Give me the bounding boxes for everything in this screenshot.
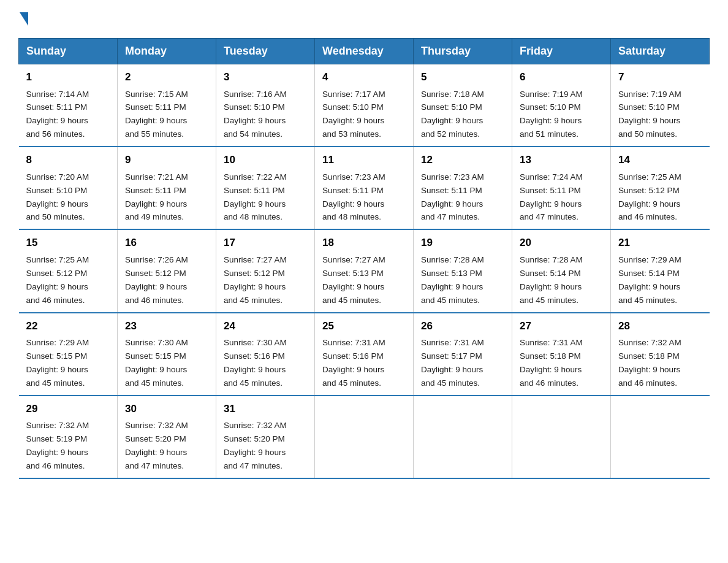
day-number: 19 (421, 235, 504, 251)
day-info: Sunrise: 7:22 AMSunset: 5:11 PMDaylight:… (224, 172, 287, 222)
col-monday: Monday (118, 39, 216, 64)
day-info: Sunrise: 7:31 AMSunset: 5:18 PMDaylight:… (520, 338, 583, 388)
calendar-cell: 2 Sunrise: 7:15 AMSunset: 5:11 PMDayligh… (118, 64, 216, 147)
calendar-header-row: Sunday Monday Tuesday Wednesday Thursday… (19, 39, 710, 64)
calendar-week-row: 8 Sunrise: 7:20 AMSunset: 5:10 PMDayligh… (19, 147, 710, 229)
calendar-cell: 7 Sunrise: 7:19 AMSunset: 5:10 PMDayligh… (611, 64, 710, 147)
day-info: Sunrise: 7:28 AMSunset: 5:14 PMDaylight:… (520, 255, 583, 305)
day-info: Sunrise: 7:17 AMSunset: 5:10 PMDaylight:… (322, 90, 385, 139)
day-number: 31 (224, 401, 307, 417)
calendar-cell: 25 Sunrise: 7:31 AMSunset: 5:16 PMDaylig… (315, 313, 414, 396)
col-tuesday: Tuesday (216, 39, 315, 64)
calendar-cell (611, 396, 710, 478)
day-number: 6 (520, 69, 603, 85)
day-number: 15 (26, 235, 110, 251)
day-info: Sunrise: 7:21 AMSunset: 5:11 PMDaylight:… (125, 172, 188, 222)
calendar-table: Sunday Monday Tuesday Wednesday Thursday… (18, 38, 710, 479)
day-number: 17 (224, 235, 307, 251)
calendar-cell: 27 Sunrise: 7:31 AMSunset: 5:18 PMDaylig… (512, 313, 611, 396)
day-number: 25 (322, 318, 406, 334)
day-number: 14 (618, 152, 702, 168)
day-number: 7 (618, 69, 702, 85)
day-info: Sunrise: 7:27 AMSunset: 5:13 PMDaylight:… (322, 255, 385, 305)
calendar-cell: 14 Sunrise: 7:25 AMSunset: 5:12 PMDaylig… (611, 147, 710, 229)
calendar-cell: 24 Sunrise: 7:30 AMSunset: 5:16 PMDaylig… (216, 313, 315, 396)
calendar-cell: 12 Sunrise: 7:23 AMSunset: 5:11 PMDaylig… (414, 147, 512, 229)
calendar-cell: 21 Sunrise: 7:29 AMSunset: 5:14 PMDaylig… (611, 229, 710, 312)
calendar-cell: 18 Sunrise: 7:27 AMSunset: 5:13 PMDaylig… (315, 229, 414, 312)
calendar-cell: 1 Sunrise: 7:14 AMSunset: 5:11 PMDayligh… (19, 64, 118, 147)
day-info: Sunrise: 7:32 AMSunset: 5:18 PMDaylight:… (618, 338, 681, 388)
day-info: Sunrise: 7:29 AMSunset: 5:14 PMDaylight:… (618, 255, 681, 305)
day-number: 10 (224, 152, 307, 168)
calendar-cell: 11 Sunrise: 7:23 AMSunset: 5:11 PMDaylig… (315, 147, 414, 229)
calendar-cell: 6 Sunrise: 7:19 AMSunset: 5:10 PMDayligh… (512, 64, 611, 147)
day-number: 16 (125, 235, 208, 251)
day-info: Sunrise: 7:19 AMSunset: 5:10 PMDaylight:… (520, 90, 583, 139)
calendar-cell: 20 Sunrise: 7:28 AMSunset: 5:14 PMDaylig… (512, 229, 611, 312)
calendar-cell: 22 Sunrise: 7:29 AMSunset: 5:15 PMDaylig… (19, 313, 118, 396)
day-number: 2 (125, 69, 208, 85)
day-info: Sunrise: 7:30 AMSunset: 5:16 PMDaylight:… (224, 338, 287, 388)
day-info: Sunrise: 7:32 AMSunset: 5:20 PMDaylight:… (125, 421, 188, 470)
day-info: Sunrise: 7:29 AMSunset: 5:15 PMDaylight:… (26, 338, 89, 388)
day-number: 23 (125, 318, 208, 334)
day-info: Sunrise: 7:32 AMSunset: 5:20 PMDaylight:… (224, 421, 287, 470)
day-number: 22 (26, 318, 110, 334)
day-info: Sunrise: 7:18 AMSunset: 5:10 PMDaylight:… (421, 90, 484, 139)
day-number: 30 (125, 401, 208, 417)
day-number: 1 (26, 69, 110, 85)
calendar-cell: 8 Sunrise: 7:20 AMSunset: 5:10 PMDayligh… (19, 147, 118, 229)
day-info: Sunrise: 7:23 AMSunset: 5:11 PMDaylight:… (322, 172, 385, 222)
day-info: Sunrise: 7:25 AMSunset: 5:12 PMDaylight:… (618, 172, 681, 222)
day-info: Sunrise: 7:15 AMSunset: 5:11 PMDaylight:… (125, 90, 188, 139)
calendar-week-row: 15 Sunrise: 7:25 AMSunset: 5:12 PMDaylig… (19, 229, 710, 312)
day-number: 3 (224, 69, 307, 85)
col-saturday: Saturday (611, 39, 710, 64)
day-number: 5 (421, 69, 504, 85)
day-info: Sunrise: 7:20 AMSunset: 5:10 PMDaylight:… (26, 172, 89, 222)
day-number: 9 (125, 152, 208, 168)
calendar-cell (414, 396, 512, 478)
day-info: Sunrise: 7:27 AMSunset: 5:12 PMDaylight:… (224, 255, 287, 305)
calendar-cell: 5 Sunrise: 7:18 AMSunset: 5:10 PMDayligh… (414, 64, 512, 147)
col-thursday: Thursday (414, 39, 512, 64)
day-number: 12 (421, 152, 504, 168)
day-number: 24 (224, 318, 307, 334)
day-info: Sunrise: 7:25 AMSunset: 5:12 PMDaylight:… (26, 255, 89, 305)
day-number: 21 (618, 235, 702, 251)
day-info: Sunrise: 7:23 AMSunset: 5:11 PMDaylight:… (421, 172, 484, 222)
calendar-cell: 4 Sunrise: 7:17 AMSunset: 5:10 PMDayligh… (315, 64, 414, 147)
logo (18, 12, 29, 26)
day-number: 18 (322, 235, 406, 251)
day-info: Sunrise: 7:24 AMSunset: 5:11 PMDaylight:… (520, 172, 583, 222)
day-info: Sunrise: 7:31 AMSunset: 5:17 PMDaylight:… (421, 338, 484, 388)
calendar-week-row: 22 Sunrise: 7:29 AMSunset: 5:15 PMDaylig… (19, 313, 710, 396)
day-number: 8 (26, 152, 110, 168)
col-sunday: Sunday (19, 39, 118, 64)
col-friday: Friday (512, 39, 611, 64)
page-header (18, 12, 710, 26)
day-info: Sunrise: 7:16 AMSunset: 5:10 PMDaylight:… (224, 90, 287, 139)
calendar-cell: 17 Sunrise: 7:27 AMSunset: 5:12 PMDaylig… (216, 229, 315, 312)
calendar-cell (512, 396, 611, 478)
day-number: 28 (618, 318, 702, 334)
day-number: 29 (26, 401, 110, 417)
calendar-cell: 19 Sunrise: 7:28 AMSunset: 5:13 PMDaylig… (414, 229, 512, 312)
calendar-week-row: 1 Sunrise: 7:14 AMSunset: 5:11 PMDayligh… (19, 64, 710, 147)
calendar-cell: 16 Sunrise: 7:26 AMSunset: 5:12 PMDaylig… (118, 229, 216, 312)
day-info: Sunrise: 7:32 AMSunset: 5:19 PMDaylight:… (26, 421, 89, 470)
col-wednesday: Wednesday (315, 39, 414, 64)
calendar-week-row: 29 Sunrise: 7:32 AMSunset: 5:19 PMDaylig… (19, 396, 710, 478)
calendar-cell: 9 Sunrise: 7:21 AMSunset: 5:11 PMDayligh… (118, 147, 216, 229)
logo-triangle-icon (20, 12, 28, 26)
day-info: Sunrise: 7:31 AMSunset: 5:16 PMDaylight:… (322, 338, 385, 388)
calendar-cell: 29 Sunrise: 7:32 AMSunset: 5:19 PMDaylig… (19, 396, 118, 478)
day-number: 20 (520, 235, 603, 251)
day-number: 11 (322, 152, 406, 168)
calendar-cell: 28 Sunrise: 7:32 AMSunset: 5:18 PMDaylig… (611, 313, 710, 396)
day-info: Sunrise: 7:30 AMSunset: 5:15 PMDaylight:… (125, 338, 188, 388)
day-info: Sunrise: 7:26 AMSunset: 5:12 PMDaylight:… (125, 255, 188, 305)
calendar-cell: 31 Sunrise: 7:32 AMSunset: 5:20 PMDaylig… (216, 396, 315, 478)
calendar-cell: 26 Sunrise: 7:31 AMSunset: 5:17 PMDaylig… (414, 313, 512, 396)
